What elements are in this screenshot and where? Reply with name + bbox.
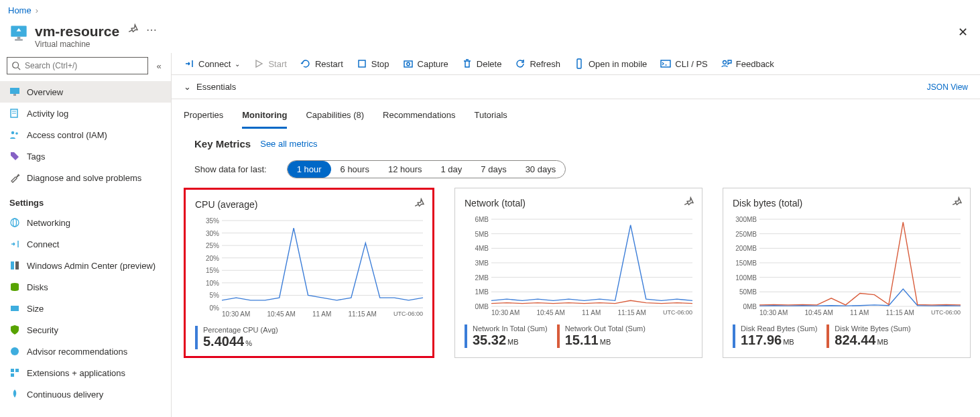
range-1h[interactable]: 1 hour [288, 161, 331, 178]
tab-monitoring[interactable]: Monitoring [242, 106, 287, 129]
sidebar-search[interactable] [7, 57, 148, 74]
sidebar-item-advisor[interactable]: Advisor recommendations [0, 341, 171, 362]
range-12h[interactable]: 12 hours [379, 161, 432, 178]
range-1d[interactable]: 1 day [432, 161, 472, 178]
sidebar-item-extensions[interactable]: Extensions + applications [0, 362, 171, 383]
advisor-icon [9, 346, 20, 357]
stop-button[interactable]: Stop [357, 58, 389, 69]
svg-rect-0 [11, 26, 26, 37]
sidebar-item-diagnose[interactable]: Diagnose and solve problems [0, 167, 171, 188]
tab-recommendations[interactable]: Recommendations [383, 106, 455, 129]
delete-icon [462, 58, 473, 69]
network-in-legend: Network In Total (Sum) 35.32MB [465, 324, 548, 348]
tab-tutorials[interactable]: Tutorials [475, 106, 507, 129]
tab-capabilities[interactable]: Capabilities (8) [306, 106, 364, 129]
sidebar-item-overview[interactable]: Overview [0, 81, 171, 103]
cpu-chart: 0%5%10%15%20%25%30%35%10:30 AM10:45 AM11… [195, 221, 423, 318]
svg-point-24 [406, 62, 409, 65]
page-title: vm-resource [35, 23, 119, 40]
extensions-icon [9, 367, 20, 378]
sidebar-item-activity-log[interactable]: Activity log [0, 103, 171, 124]
chevron-down-icon: ⌄ [235, 60, 240, 68]
pin-chart-icon[interactable] [683, 196, 694, 209]
cli-button[interactable]: CLI / PS [660, 58, 707, 69]
mobile-icon [574, 58, 585, 69]
range-7d[interactable]: 7 days [471, 161, 515, 178]
sidebar: « Overview Activity log Access control (… [0, 53, 172, 417]
sidebar-item-label: Tags [27, 152, 45, 162]
essentials-bar: ⌄ Essentials JSON View [172, 75, 980, 99]
svg-rect-6 [13, 94, 16, 96]
network-chart: 0MB1MB2MB3MB4MB5MB6MB10:30 AM10:45 AM11 … [465, 219, 692, 316]
collapse-sidebar-icon[interactable]: « [154, 61, 164, 71]
cpu-card: CPU (average) 0%5%10%15%20%25%30%35%10:3… [184, 188, 434, 358]
breadcrumb: Home › [0, 0, 980, 21]
rocket-icon [9, 389, 20, 400]
sidebar-item-continuous-delivery[interactable]: Continuous delivery [0, 383, 171, 405]
admin-center-icon [9, 260, 20, 271]
show-data-label: Show data for last: [194, 164, 267, 174]
search-icon [11, 61, 21, 70]
network-icon [9, 217, 20, 228]
sidebar-item-label: Extensions + applications [27, 368, 125, 378]
content-area: Connect ⌄ Start Restart Stop Capture [172, 53, 980, 417]
cpu-legend: Percentage CPU (Avg) 5.4044% [195, 326, 278, 349]
cli-icon [660, 58, 671, 69]
sidebar-item-label: Security [27, 325, 58, 335]
svg-rect-21 [11, 373, 14, 377]
time-range-selector: 1 hour 6 hours 12 hours 1 day 7 days 30 … [287, 160, 566, 178]
start-button[interactable]: Start [253, 58, 286, 69]
sidebar-item-wac[interactable]: Windows Admin Center (preview) [0, 255, 171, 276]
refresh-button[interactable]: Refresh [515, 58, 560, 69]
svg-rect-22 [359, 60, 365, 67]
pin-chart-icon[interactable] [414, 198, 424, 211]
sidebar-item-security[interactable]: Security [0, 319, 171, 341]
shield-icon [9, 324, 20, 335]
restart-button[interactable]: Restart [300, 58, 343, 69]
disk-read-legend: Disk Read Bytes (Sum) 117.96MB [733, 324, 817, 348]
pin-chart-icon[interactable] [951, 196, 962, 209]
breadcrumb-home[interactable]: Home [8, 5, 32, 15]
sidebar-item-connect[interactable]: Connect [0, 233, 171, 255]
svg-rect-2 [15, 39, 23, 40]
range-30d[interactable]: 30 days [516, 161, 566, 178]
feedback-button[interactable]: Feedback [721, 58, 774, 69]
open-mobile-button[interactable]: Open in mobile [574, 58, 647, 69]
sidebar-item-label: Networking [27, 218, 70, 228]
people-icon [9, 129, 20, 140]
delete-button[interactable]: Delete [462, 58, 502, 69]
sidebar-item-label: Advisor recommendations [27, 347, 127, 357]
tab-properties[interactable]: Properties [184, 106, 223, 129]
restart-icon [300, 58, 311, 69]
svg-rect-15 [15, 261, 19, 270]
see-all-metrics-link[interactable]: See all metrics [260, 139, 317, 149]
tag-icon [9, 151, 20, 162]
search-input[interactable] [25, 61, 143, 70]
essentials-toggle[interactable]: ⌄ Essentials [184, 82, 236, 92]
sidebar-item-tags[interactable]: Tags [0, 145, 171, 167]
chart-title: Disk bytes (total) [733, 198, 961, 208]
stop-icon [357, 58, 367, 69]
json-view-link[interactable]: JSON View [927, 82, 968, 92]
sidebar-item-networking[interactable]: Networking [0, 212, 171, 233]
close-icon[interactable]: ✕ [958, 25, 968, 40]
sidebar-item-size[interactable]: Size [0, 298, 171, 319]
vm-icon [9, 23, 28, 42]
svg-point-27 [723, 61, 726, 64]
sidebar-item-disks[interactable]: Disks [0, 276, 171, 298]
connect-icon [184, 58, 194, 69]
sidebar-item-access-control[interactable]: Access control (IAM) [0, 124, 171, 145]
pin-icon[interactable] [127, 23, 138, 37]
svg-point-13 [13, 219, 17, 227]
range-6h[interactable]: 6 hours [331, 161, 379, 178]
chart-title: Network (total) [465, 198, 692, 208]
svg-rect-20 [15, 369, 19, 372]
play-icon [253, 58, 264, 69]
capture-button[interactable]: Capture [403, 58, 448, 69]
more-icon[interactable]: ⋯ [146, 23, 157, 36]
disks-icon [9, 282, 20, 292]
connect-button[interactable]: Connect ⌄ [184, 58, 240, 69]
svg-rect-25 [577, 59, 581, 68]
toolbar: Connect ⌄ Start Restart Stop Capture [172, 53, 980, 75]
disk-card: Disk bytes (total) 0MB50MB100MB150MB200M… [723, 188, 971, 358]
